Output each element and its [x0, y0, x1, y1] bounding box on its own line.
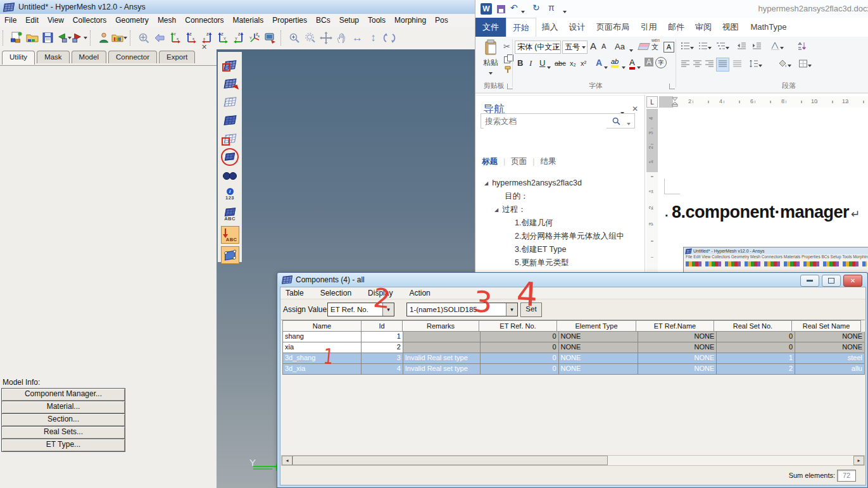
assign-type-dropdown[interactable]: ET Ref. No. ▾: [327, 303, 394, 316]
cell-remarks[interactable]: [403, 332, 481, 342]
close-button[interactable]: ✕: [843, 275, 862, 287]
cell-remarks[interactable]: Invalid Real set type: [403, 364, 481, 375]
table-row-selected[interactable]: 3d_shang 3 Invalid Real set type 0 NONE …: [281, 353, 865, 364]
col-et-ref-no[interactable]: ET Ref. No.: [479, 320, 557, 332]
cell-real-set-name[interactable]: steel: [795, 353, 865, 364]
cell-name[interactable]: shang: [282, 332, 362, 342]
embedded-screenshot[interactable]: Untitled* - HyperMesh v12.0 - Ansys File…: [683, 247, 868, 273]
tab-view[interactable]: 视图: [717, 18, 744, 37]
menu-table[interactable]: Table: [286, 289, 304, 297]
clear-format-icon[interactable]: [638, 43, 650, 50]
cell-id[interactable]: 1: [362, 332, 403, 342]
horizontal-ruler[interactable]: 2 4 6 8 10 12 14: [659, 96, 868, 108]
col-et-ref-name[interactable]: ET Ref.Name: [636, 320, 714, 332]
circle-zoom-icon[interactable]: [302, 29, 318, 47]
justify-button[interactable]: [717, 58, 729, 71]
grow-font-button[interactable]: A: [590, 41, 596, 51]
save-model-icon[interactable]: [40, 29, 56, 47]
tab-utility[interactable]: Utility: [2, 51, 35, 65]
menu-mesh[interactable]: Mesh: [153, 16, 180, 25]
menu-setup[interactable]: Setup: [335, 16, 363, 25]
cell-id[interactable]: 4: [362, 364, 403, 375]
search-box[interactable]: [481, 113, 635, 128]
import-model-icon[interactable]: [56, 29, 72, 47]
cell-real-set-name[interactable]: NONE: [795, 342, 865, 353]
vertical-ruler[interactable]: 4 3 2 1 1 2 3: [646, 109, 658, 287]
cell-remarks[interactable]: [403, 342, 481, 353]
set-button[interactable]: Set: [520, 303, 542, 317]
tab-design[interactable]: 设计: [563, 18, 591, 37]
word-logo-icon[interactable]: W: [481, 3, 492, 15]
change-case-caret-icon[interactable]: [629, 46, 633, 54]
shading-button[interactable]: [778, 59, 791, 70]
distribute-button[interactable]: [733, 59, 742, 70]
wireframe-elements-icon[interactable]: [220, 92, 240, 111]
text-effects-caret-icon[interactable]: [604, 63, 608, 72]
cell-real-set-no[interactable]: 2: [717, 364, 795, 375]
cell-name[interactable]: xia: [282, 342, 362, 353]
cell-et-ref-name[interactable]: NONE: [638, 342, 717, 353]
tree-item[interactable]: 3.创建ET Type: [475, 243, 645, 256]
tab-export[interactable]: Export: [159, 51, 195, 63]
tree-item[interactable]: 目的：: [475, 190, 645, 203]
char-border-button[interactable]: A: [664, 42, 674, 53]
axis-view-1-icon[interactable]: Yx: [167, 29, 183, 47]
cell-real-set-no[interactable]: 0: [717, 342, 795, 353]
axis-view-iso-icon[interactable]: ZYx: [246, 29, 262, 47]
real-sets-button[interactable]: Real Sets...: [1, 426, 125, 439]
col-remarks[interactable]: Remarks: [402, 320, 479, 332]
tab-file[interactable]: 文件: [475, 18, 506, 37]
menu-materials[interactable]: Materials: [229, 16, 268, 25]
font-color-button[interactable]: A: [629, 58, 635, 70]
superscript-button[interactable]: x²: [581, 59, 586, 67]
menu-tools[interactable]: Tools: [363, 16, 390, 25]
save-icon[interactable]: [497, 5, 505, 15]
tab-stop-selector[interactable]: L: [646, 96, 658, 108]
tab-mailings[interactable]: 邮件: [662, 18, 690, 37]
axis-view-4-icon[interactable]: ZY: [215, 29, 230, 47]
zoom-in-icon[interactable]: [286, 29, 302, 47]
cell-element-type[interactable]: NONE: [559, 332, 639, 342]
cell-et-ref-no[interactable]: 0: [481, 332, 559, 342]
expand-icon[interactable]: ◢: [484, 180, 488, 186]
arrow-vertical-icon[interactable]: ↕: [365, 29, 381, 47]
menu-collectors[interactable]: Collectors: [68, 16, 111, 25]
font-size-select[interactable]: 五号: [562, 41, 588, 54]
query-info-icon[interactable]: i 123: [220, 184, 240, 204]
shrink-font-button[interactable]: A: [601, 42, 606, 50]
cell-id[interactable]: 2: [362, 342, 403, 353]
expand-icon[interactable]: ◢: [494, 207, 498, 213]
minimize-button[interactable]: [800, 275, 819, 287]
cell-et-ref-no[interactable]: 0: [481, 353, 559, 364]
cell-real-set-name[interactable]: NONE: [795, 332, 865, 342]
previous-view-icon[interactable]: [151, 29, 167, 47]
cell-et-ref-no[interactable]: 0: [481, 342, 559, 353]
assign-value-dropdown[interactable]: 1-(name1)SOLID185 ▾: [406, 303, 518, 316]
dropdown-caret-icon[interactable]: ▾: [506, 303, 517, 316]
dialog-titlebar[interactable]: Components (4) - all: [278, 273, 867, 287]
tree-item[interactable]: 5.更新单元类型: [475, 256, 645, 270]
decrease-indent-button[interactable]: [737, 42, 746, 52]
tab-review[interactable]: 审阅: [690, 18, 717, 37]
search-icon[interactable]: [612, 117, 620, 125]
fit-view-icon[interactable]: [135, 29, 151, 47]
cell-name[interactable]: 3d_shang: [282, 353, 362, 364]
cell-remarks[interactable]: Invalid Real set type: [403, 353, 481, 364]
paste-caret-icon[interactable]: [489, 72, 493, 75]
borders-button[interactable]: [798, 59, 812, 70]
document-heading[interactable]: ▪ 8.component·manager ↵: [665, 203, 860, 222]
shaded-geometry-icon[interactable]: [220, 74, 240, 92]
cell-real-set-no[interactable]: 0: [717, 332, 795, 342]
underline-button[interactable]: U: [539, 58, 545, 68]
arrow-horizontal-icon[interactable]: ↔: [349, 29, 365, 47]
nav-tab-pages[interactable]: 页面: [511, 157, 527, 166]
table-row[interactable]: shang 1 0 NONE NONE 0 NONE: [281, 332, 865, 342]
cell-et-ref-no[interactable]: 0: [481, 364, 559, 375]
tree-item[interactable]: 1.创建几何: [475, 216, 645, 230]
align-center-button[interactable]: [693, 59, 702, 70]
menu-display[interactable]: Display: [368, 289, 393, 297]
increase-indent-button[interactable]: [752, 42, 762, 52]
axis-view-5-icon[interactable]: ZY: [230, 29, 246, 47]
menu-selection[interactable]: Selection: [320, 289, 351, 297]
search-caret-icon[interactable]: [627, 119, 631, 128]
